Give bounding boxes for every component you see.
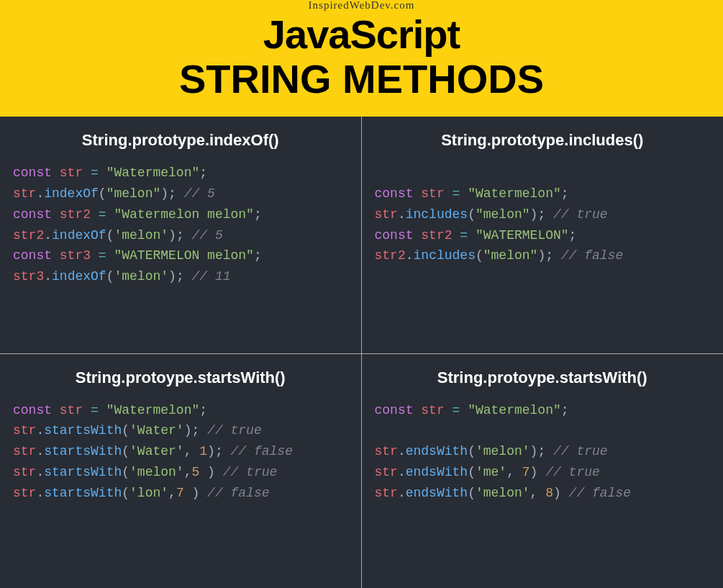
cell-title: String.prototype.includes() bbox=[375, 131, 711, 150]
code-block: const str = "Watermelon"; str.endsWith('… bbox=[375, 400, 711, 504]
methods-grid: String.prototype.indexOf() const str = "… bbox=[0, 117, 723, 588]
code-block: const str = "Watermelon"; str.indexOf("m… bbox=[13, 163, 348, 287]
code-block: const str = "Watermelon"; str.includes("… bbox=[375, 163, 711, 266]
cell-title: String.prototype.indexOf() bbox=[13, 131, 348, 150]
cell-title: String.protoype.startsWith() bbox=[13, 368, 348, 387]
title-line-2: STRING METHODS bbox=[0, 57, 723, 101]
cell-startswith: String.protoype.startsWith() const str =… bbox=[0, 354, 362, 588]
cell-includes: String.prototype.includes() const str = … bbox=[362, 117, 724, 354]
cell-indexof: String.prototype.indexOf() const str = "… bbox=[0, 117, 362, 354]
cell-endswith: String.protoype.startsWith() const str =… bbox=[362, 354, 724, 588]
header-banner: InspiredWebDev.com JavaScript STRING MET… bbox=[0, 0, 723, 117]
source-site: InspiredWebDev.com bbox=[0, 0, 723, 11]
title-line-1: JavaScript bbox=[0, 12, 723, 57]
cell-title: String.protoype.startsWith() bbox=[375, 368, 711, 387]
code-block: const str = "Watermelon"; str.startsWith… bbox=[13, 400, 348, 504]
